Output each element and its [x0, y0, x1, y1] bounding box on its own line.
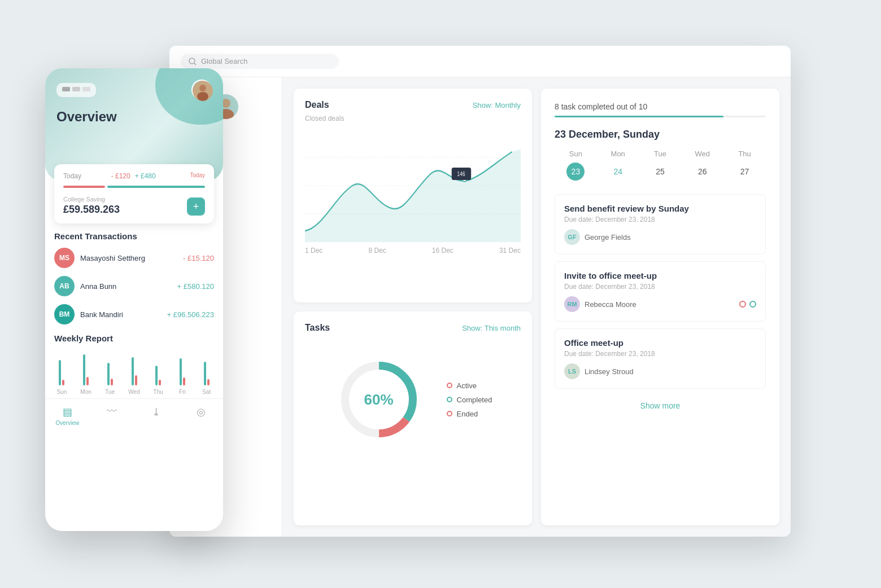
tasks-title: Tasks	[305, 323, 330, 333]
bar-thu-teal	[155, 366, 158, 385]
trans-icon-ab: AB	[54, 276, 75, 296]
balance-progress-bars	[63, 186, 205, 188]
task-3-assignee: LS Lindsey Stroud	[564, 363, 756, 379]
bar-sun-teal	[59, 360, 61, 385]
bar-sat-teal	[204, 362, 206, 385]
svg-rect-14	[62, 87, 70, 91]
trans-icon-ms: MS	[54, 248, 75, 268]
task-1-assignee: GF George Fields	[564, 229, 756, 245]
progress-label: 8 task completed out of 10	[555, 102, 766, 111]
deals-chart: 146	[305, 129, 521, 242]
weekly-bars: Sun Mon	[54, 350, 214, 395]
plus-button[interactable]: +	[187, 198, 205, 216]
task-2-dots	[739, 301, 756, 308]
week-sat: Sat	[199, 346, 214, 395]
date-heading: 23 December, Sunday	[555, 129, 766, 141]
task-3-avatar: LS	[564, 363, 580, 379]
balance-neg: - £120	[111, 172, 130, 180]
transaction-ab: AB Anna Bunn + £580.120	[54, 276, 214, 296]
donut-container: 60% Active Completed	[305, 337, 521, 462]
dot-red	[739, 301, 746, 308]
task-1-avatar: GF	[564, 229, 580, 245]
svg-point-18	[199, 85, 206, 91]
main-content: Deals Show: Monthly Closed deals	[282, 77, 791, 537]
trans-info-ms: Masayoshi Settherg	[80, 254, 177, 262]
balance-pos: + £480	[135, 172, 156, 180]
bar-mon-teal	[83, 354, 85, 385]
nav-profile-icon: ◎	[197, 406, 206, 418]
progress-bar	[555, 116, 766, 117]
progress-bar-container: 8 task completed out of 10	[555, 102, 766, 117]
task-item-2: Invite to office meet-up Due date: Decem…	[555, 261, 766, 322]
bar-wed-teal	[132, 357, 134, 385]
legend-dot-completed	[447, 397, 452, 402]
search-bar[interactable]: Global Search	[181, 54, 339, 69]
trans-icon-bm: BM	[54, 304, 75, 324]
trans-info-bm: Bank Mandiri	[80, 310, 162, 319]
task-1-title: Send benefit review by Sunday	[564, 204, 756, 213]
today-label: Today	[190, 172, 205, 178]
nav-download-icon: ⤓	[152, 406, 160, 418]
bar-fri-teal	[180, 358, 182, 385]
mobile-logo	[56, 83, 96, 97]
show-more-button[interactable]: Show more	[555, 396, 766, 416]
task-2-title: Invite to office meet-up	[564, 271, 756, 280]
deals-card: Deals Show: Monthly Closed deals	[294, 89, 532, 302]
cal-day-tue: Tue 25	[639, 150, 682, 181]
transactions-title: Recent Transactions	[54, 231, 214, 241]
nav-download[interactable]: ⤓	[134, 406, 179, 426]
nav-chart[interactable]: 〰	[90, 406, 134, 426]
trans-info-ab: Anna Bunn	[80, 282, 172, 291]
desktop-content: Deals Show: Monthly Closed deals	[169, 77, 791, 537]
progress-fill	[555, 116, 723, 117]
cal-day-sun: Sun 23	[555, 150, 597, 181]
week-fri: Fri	[175, 346, 190, 395]
bar-fri-red	[183, 378, 185, 385]
week-wed: Wed	[127, 346, 142, 395]
week-tue: Tue	[102, 346, 117, 395]
tasks-filter[interactable]: Show: This month	[462, 324, 521, 332]
mobile-app: Overview Today - £120 + £480 Today Colle…	[45, 68, 223, 531]
task-2-assignee: RM Rebecca Moore	[564, 296, 636, 312]
mobile-user-avatar	[191, 80, 212, 100]
task-2-avatar: RM	[564, 296, 580, 312]
legend-items: Active Completed Ended	[447, 381, 492, 418]
desktop-window: Global Search	[169, 46, 791, 537]
balance-card: Today - £120 + £480 Today College Saving…	[54, 164, 214, 223]
task-2-due: Due date: December 23, 2018	[564, 283, 756, 291]
svg-point-19	[197, 92, 208, 101]
tasks-filter-value[interactable]: This month	[485, 324, 521, 332]
svg-rect-16	[82, 87, 90, 91]
legend-active: Active	[447, 381, 492, 390]
nav-profile[interactable]: ◎	[178, 406, 223, 426]
cal-day-mon: Mon 24	[597, 150, 639, 181]
bar-sun-red	[62, 380, 64, 385]
nav-overview[interactable]: ▤ Overview	[45, 406, 90, 426]
svg-text:146: 146	[457, 170, 465, 177]
task-1-due: Due date: December 23, 2018	[564, 216, 756, 223]
deals-title: Deals	[305, 100, 329, 110]
bar-thu-red	[159, 380, 161, 385]
deals-filter-value[interactable]: Monthly	[495, 101, 521, 109]
weekly-report-title: Weekly Report	[54, 334, 214, 343]
bar-tue-teal	[107, 363, 110, 385]
right-panel: 8 task completed out of 10 23 December, …	[541, 89, 779, 525]
transaction-ms: MS Masayoshi Settherg - £15.120	[54, 248, 214, 268]
mobile-header-content: Overview	[45, 68, 223, 145]
task-3-title: Office meet-up	[564, 338, 756, 348]
bar-sat-red	[207, 379, 210, 385]
mobile-body: Recent Transactions MS Masayoshi Setther…	[45, 231, 223, 395]
week-thu: Thu	[151, 346, 166, 395]
desktop-header: Global Search	[169, 46, 791, 77]
tasks-card: Tasks Show: This month	[294, 311, 532, 525]
search-placeholder: Global Search	[201, 57, 247, 65]
bar-wed-red	[135, 375, 137, 385]
savings-label: College Saving	[63, 196, 205, 203]
mobile-nav-top	[56, 80, 212, 100]
bar-mon-red	[86, 377, 89, 385]
donut-chart: 60%	[334, 354, 424, 445]
deals-filter[interactable]: Show: Monthly	[473, 101, 521, 109]
transaction-bm: BM Bank Mandiri + £96.506.223	[54, 304, 214, 324]
legend-dot-ended	[447, 411, 452, 416]
dot-teal	[749, 301, 756, 308]
